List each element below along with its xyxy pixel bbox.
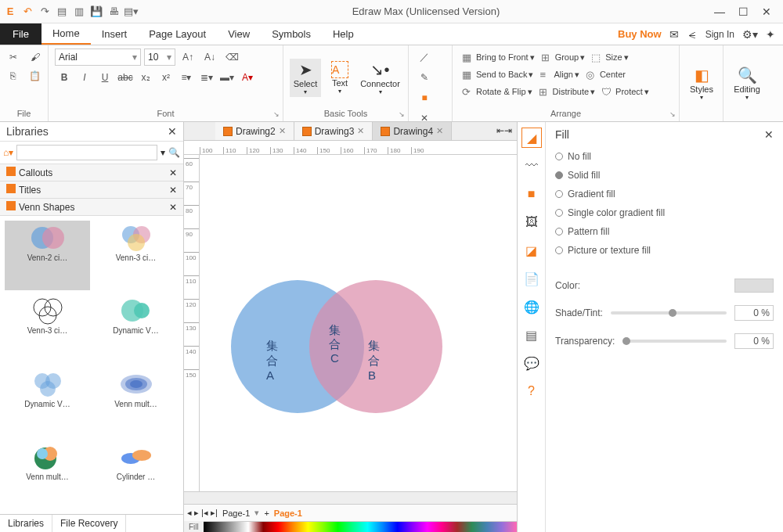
undo-icon[interactable]: ↶: [20, 5, 34, 19]
transparency-value[interactable]: 0 %: [734, 333, 774, 349]
open-icon[interactable]: ▥: [72, 5, 86, 19]
home-icon[interactable]: ⌂▾: [3, 147, 13, 158]
tab-page-layout[interactable]: Page Layout: [138, 23, 217, 45]
print-icon[interactable]: 🖶: [106, 5, 121, 19]
shape-venn3-outline[interactable]: Venn-3 ci…: [5, 293, 90, 363]
doc-tab-drawing3[interactable]: Drawing3✕: [294, 122, 373, 140]
sign-in-link[interactable]: Sign In: [705, 29, 734, 40]
search-icon[interactable]: 🔍: [168, 147, 180, 158]
paste-icon[interactable]: 📋: [26, 67, 45, 84]
shrink-font-icon[interactable]: A↓: [200, 49, 219, 66]
grow-font-icon[interactable]: A↑: [179, 49, 197, 66]
shape-venn3-color[interactable]: Venn-3 ci…: [93, 221, 179, 290]
send-to-back-button[interactable]: ▦Send to Back ▾: [459, 66, 536, 83]
tab-file-recovery[interactable]: File Recovery: [52, 515, 126, 532]
shape-venn-mult[interactable]: Venn mult…: [93, 367, 179, 437]
fill-opt-pattern[interactable]: Pattern fill: [555, 222, 774, 241]
fill-tool-icon[interactable]: ◢: [522, 128, 541, 147]
cut-icon[interactable]: ✂: [4, 49, 23, 66]
shape-venn2[interactable]: Venn-2 ci…: [5, 221, 90, 290]
close-panel-icon[interactable]: ✕: [168, 125, 177, 138]
shade-slider[interactable]: [611, 311, 727, 315]
clear-format-icon[interactable]: ⌫: [222, 49, 241, 66]
tab-help[interactable]: Help: [322, 23, 365, 45]
tab-home[interactable]: Home: [41, 23, 91, 45]
buy-now-link[interactable]: Buy Now: [618, 28, 662, 40]
search-dropdown-icon[interactable]: ▾: [161, 147, 165, 158]
center-button[interactable]: ◎Center: [583, 66, 629, 83]
tab-view[interactable]: View: [217, 23, 261, 45]
line-icon[interactable]: ／: [415, 49, 434, 66]
doc-tab-drawing2[interactable]: Drawing2✕: [215, 122, 294, 140]
shape-cylinder[interactable]: Cylinder …: [93, 440, 179, 509]
strike-icon[interactable]: abc: [116, 69, 135, 86]
format-painter-icon[interactable]: 🖌: [26, 49, 45, 66]
editing-button[interactable]: 🔍Editing▾: [730, 64, 764, 102]
bullets-icon[interactable]: ≡▾: [177, 69, 196, 86]
italic-icon[interactable]: I: [75, 69, 94, 86]
numbering-icon[interactable]: ≣▾: [197, 69, 216, 86]
maximize-icon[interactable]: ☐: [738, 5, 749, 18]
mail-icon[interactable]: ✉: [669, 28, 679, 41]
copy-icon[interactable]: ⎘: [4, 67, 23, 84]
section-titles[interactable]: Titles✕: [0, 182, 183, 199]
underline-icon[interactable]: U: [96, 69, 114, 86]
comment-tool-icon[interactable]: 💬: [522, 354, 541, 372]
scrollbar-horizontal[interactable]: [184, 491, 517, 504]
page-nav-icon[interactable]: ◂ ▸ |◂ ▸|: [187, 508, 218, 518]
help-tool-icon[interactable]: ?: [522, 382, 541, 401]
shade-value[interactable]: 0 %: [734, 305, 774, 321]
font-name-combo[interactable]: Arial▾: [55, 49, 141, 66]
font-color-icon[interactable]: A▾: [238, 69, 257, 86]
shape-dynamic-v[interactable]: Dynamic V…: [93, 293, 179, 363]
section-venn-shapes[interactable]: Venn Shapes✕: [0, 199, 183, 216]
shape-fill-icon[interactable]: ■: [522, 185, 541, 203]
image-tool-icon[interactable]: 🖼: [522, 213, 541, 232]
size-button[interactable]: ⬚Size ▾: [588, 49, 631, 66]
styles-button[interactable]: ◧Styles▾: [686, 64, 717, 102]
layer-tool-icon[interactable]: ▤: [522, 325, 541, 344]
rotate-flip-button[interactable]: ⟳Rotate & Flip ▾: [459, 83, 536, 100]
shape-dynamic-v2[interactable]: Dynamic V…: [5, 367, 90, 437]
bold-icon[interactable]: B: [55, 69, 74, 86]
close-tab-icon[interactable]: ✕: [436, 126, 443, 136]
distribute-button[interactable]: ⊞Distribute ▾: [536, 83, 598, 100]
gear-icon[interactable]: ⚙▾: [742, 28, 758, 41]
page-tool-icon[interactable]: 📄: [522, 269, 541, 288]
font-launcher-icon[interactable]: ↘: [273, 110, 280, 118]
shadow-tool-icon[interactable]: ◪: [522, 241, 541, 260]
globe-tool-icon[interactable]: 🌐: [522, 297, 541, 316]
superscript-icon[interactable]: x²: [157, 69, 175, 86]
redo-icon[interactable]: ↷: [38, 5, 52, 19]
arrange-launcher-icon[interactable]: ↘: [669, 110, 676, 118]
font-size-combo[interactable]: 10▾: [144, 49, 175, 66]
doc-tab-drawing4[interactable]: Drawing4✕: [373, 122, 452, 140]
fill-opt-none[interactable]: No fill: [555, 147, 774, 166]
bring-to-front-button[interactable]: ▦Bring to Front ▾: [459, 49, 538, 66]
fill-opt-solid[interactable]: Solid fill: [555, 166, 774, 185]
connector-tool[interactable]: ↘• Connector▾: [359, 59, 402, 97]
rect-icon[interactable]: ■: [415, 89, 434, 106]
export-icon[interactable]: ▤▾: [124, 5, 138, 19]
page-name[interactable]: Page-1: [222, 509, 250, 518]
line-tool-icon[interactable]: 〰: [522, 156, 541, 175]
save-icon[interactable]: 💾: [89, 5, 103, 19]
pencil-icon[interactable]: ✎: [415, 69, 434, 86]
library-search-input[interactable]: [16, 145, 157, 160]
theme-icon[interactable]: ✦: [766, 28, 775, 41]
add-page-icon[interactable]: +: [264, 509, 269, 518]
align-button[interactable]: ≡Align ▾: [536, 66, 582, 83]
nav-arrows-icon[interactable]: ⇤⇥: [492, 122, 517, 140]
section-callouts[interactable]: Callouts✕: [0, 164, 183, 182]
subscript-icon[interactable]: x₂: [136, 69, 155, 86]
transparency-slider[interactable]: [622, 340, 727, 343]
close-icon[interactable]: ✕: [761, 5, 772, 18]
tab-symbols[interactable]: Symbols: [261, 23, 322, 45]
new-icon[interactable]: ▤: [55, 5, 69, 19]
tab-libraries[interactable]: Libraries: [0, 515, 52, 532]
shape-venn-mult2[interactable]: Venn mult…: [5, 440, 90, 509]
fill-opt-single-gradient[interactable]: Single color gradient fill: [555, 203, 774, 222]
text-tool[interactable]: A Text▾: [324, 59, 355, 96]
minimize-icon[interactable]: —: [714, 5, 725, 18]
highlight-icon[interactable]: ▬▾: [218, 69, 236, 86]
